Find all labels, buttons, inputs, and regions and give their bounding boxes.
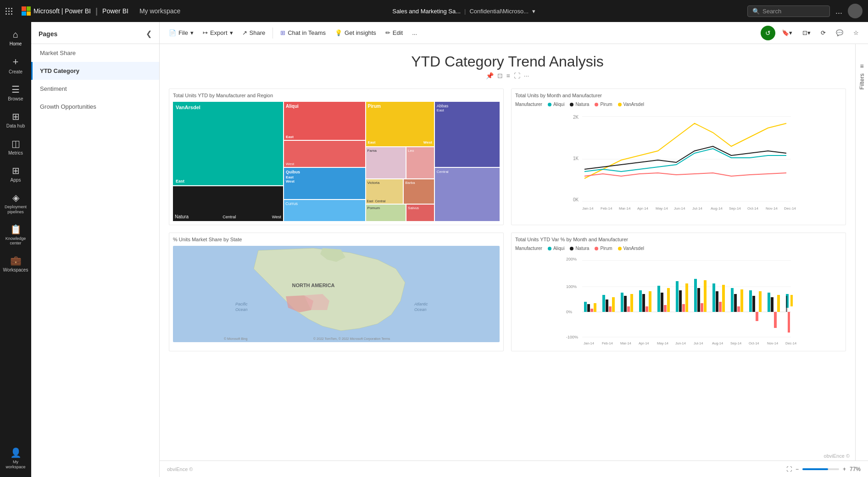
svg-rect-80 [788, 312, 790, 333]
svg-text:Mar-14: Mar-14 [620, 341, 631, 345]
sidebar-item-myworkspace[interactable]: 👤 My workspace [2, 444, 29, 473]
bookmark-button[interactable]: 🔖▾ [778, 27, 796, 39]
zoom-plus-icon[interactable]: + [843, 466, 846, 472]
svg-rect-64 [719, 302, 722, 312]
pages-header: Pages ❮ [31, 22, 159, 44]
svg-rect-46 [639, 290, 642, 312]
table-icon[interactable]: ≡ [506, 72, 510, 79]
chat-teams-button[interactable]: ⊞ Chat in Teams [277, 27, 329, 39]
microsoft-logo: Microsoft | Power BI | Power BI [22, 6, 128, 16]
page-item-sentiment[interactable]: Sentiment [31, 80, 159, 98]
page-item-growth-opportunities[interactable]: Growth Opportunities [31, 98, 159, 116]
treemap-cell-natura: Natura Central West [173, 186, 283, 221]
toolbar-more-button[interactable]: ... [408, 27, 421, 39]
svg-text:NORTH AMERICA: NORTH AMERICA [292, 283, 334, 288]
export-icon: ↦ [203, 29, 208, 36]
sidebar-label-browse: Browse [8, 96, 23, 102]
treemap-cell-victoria: Victoria EastCentral [366, 179, 403, 204]
sidebar-item-knowledge[interactable]: 📋 Knowledge center [2, 220, 29, 250]
sidebar-item-deployment[interactable]: ◈ Deployment pipelines [2, 189, 29, 218]
sidebar-item-metrics[interactable]: ◫ Metrics [2, 134, 29, 160]
bar-chart-legend: Manufacturer Aliqui Natura [515, 246, 842, 251]
page-item-ytd-category[interactable]: YTD Category [31, 62, 159, 80]
file-button[interactable]: 📄 File ▾ [165, 27, 197, 39]
treemap-cell-salvus: Salvus [406, 205, 434, 221]
svg-rect-60 [701, 303, 703, 312]
comment-button[interactable]: 💬 [832, 27, 847, 39]
svg-rect-34 [584, 302, 587, 312]
svg-rect-77 [777, 295, 780, 312]
pin-icon[interactable]: 📌 [486, 72, 494, 79]
fit-icon[interactable]: ⛶ [786, 466, 792, 472]
map-area[interactable]: Pacific Ocean Atlantic Ocean NORTH AMERI… [173, 246, 500, 342]
svg-rect-44 [627, 306, 630, 312]
svg-text:Dec-14: Dec-14 [785, 341, 796, 345]
metrics-icon: ◫ [11, 138, 20, 149]
treemap-cell-central: Abbas East [435, 102, 500, 167]
home-icon: ⌂ [13, 29, 18, 40]
powerbi-label: Power BI [102, 7, 128, 15]
treemap-col-1: VanArsdel East Natura Central West [173, 102, 283, 221]
treemap-cell-fama: Fama [366, 147, 406, 178]
chart-more-icon[interactable]: ··· [524, 72, 529, 79]
sidebar-item-workspaces[interactable]: 💼 Workspaces [2, 251, 29, 277]
edit-button[interactable]: ✏ Edit [382, 27, 406, 39]
topbar-more-icon[interactable]: ... [834, 5, 844, 18]
file-chevron: ▾ [190, 29, 194, 36]
legend-manufacturer-label: Manufacturer [515, 102, 542, 107]
zoom-minus-icon[interactable]: − [796, 466, 799, 472]
sidebar-label-knowledge: Knowledge center [4, 236, 28, 246]
svg-text:Apr-14: Apr-14 [639, 341, 649, 345]
treemap-row-4: Victoria EastCentral Barba [366, 179, 434, 204]
ms-logo-icon [22, 6, 31, 16]
avatar[interactable] [848, 4, 862, 18]
sidebar-item-home[interactable]: ⌂ Home [2, 26, 29, 50]
treemap-chart[interactable]: VanArsdel East Natura Central West [173, 102, 500, 221]
view-button[interactable]: ⊡▾ [799, 27, 814, 39]
svg-rect-79 [786, 296, 787, 312]
sidebar-item-datahub[interactable]: ⊞ Data hub [2, 107, 29, 133]
svg-rect-73 [759, 291, 762, 312]
deployment-icon: ◈ [12, 192, 19, 203]
charts-grid: Total Units YTD by Manufacturer and Regi… [169, 89, 846, 351]
page-item-market-share[interactable]: Market Share [31, 44, 159, 62]
svg-rect-47 [642, 294, 645, 312]
topbar: Microsoft | Power BI | Power BI My works… [0, 0, 868, 22]
filters-toggle-icon[interactable]: ≡ [860, 62, 863, 70]
treemap-col-2: Aliqui East West Quibus East West [284, 102, 365, 221]
myworkspace-icon: 👤 [10, 447, 22, 458]
file-icon: 📄 [169, 29, 176, 36]
zoom-bar: obviEnce © ⛶ − + 77% [160, 460, 868, 477]
sidebar-item-apps[interactable]: ⊞ Apps [2, 161, 29, 187]
bar-legend-natura-label: Natura [575, 246, 589, 251]
sidebar-item-browse[interactable]: ☰ Browse [2, 80, 29, 105]
bar-legend-pirum: Pirum [595, 246, 612, 251]
svg-text:Feb-14: Feb-14 [601, 206, 612, 211]
insights-button[interactable]: 💡 Get insights [331, 27, 380, 39]
svg-text:Apr-14: Apr-14 [637, 206, 649, 211]
map-svg: Pacific Ocean Atlantic Ocean NORTH AMERI… [173, 246, 500, 342]
refresh-button[interactable]: ↺ [761, 26, 775, 40]
create-icon: + [13, 56, 19, 68]
copy-icon[interactable]: ⊡ [497, 72, 503, 79]
svg-rect-65 [722, 285, 725, 312]
legend-natura: Natura [570, 102, 589, 107]
workspace-label: My workspace [139, 7, 180, 15]
zoom-slider[interactable] [802, 468, 839, 470]
favorite-button[interactable]: ☆ [850, 27, 862, 39]
collapse-button[interactable]: ❮ [146, 29, 152, 38]
search-box[interactable]: 🔍 Search [747, 6, 830, 17]
export-button[interactable]: ↦ Export ▾ [199, 27, 237, 39]
treemap-cell-quibus: Quibus East West [284, 168, 365, 199]
sidebar-item-create[interactable]: + Create [2, 52, 29, 78]
share-button[interactable]: ↗ Share [239, 27, 269, 39]
svg-text:2K: 2K [573, 115, 579, 120]
share-label: Share [250, 29, 266, 36]
teams-icon: ⊞ [280, 29, 285, 36]
topbar-divider: | [95, 6, 98, 16]
refresh-icon-button[interactable]: ⟳ [817, 27, 829, 39]
expand-icon[interactable]: ⛶ [514, 72, 520, 79]
map-container: % Units Market Share by State [169, 233, 504, 351]
sensitivity-chevron[interactable]: ▾ [532, 8, 535, 15]
apps-grid-icon[interactable] [6, 8, 12, 15]
